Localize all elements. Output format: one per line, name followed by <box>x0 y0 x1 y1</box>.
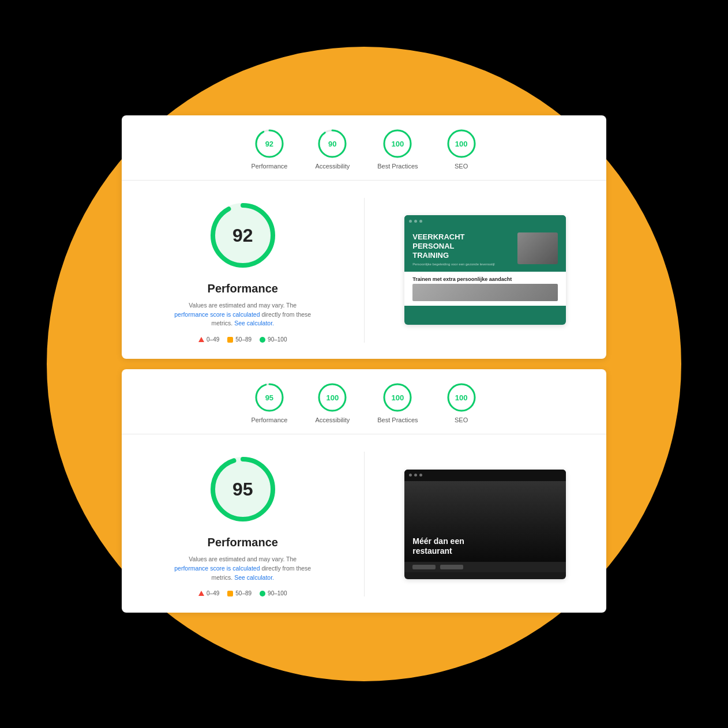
card-right-2: Méér dan eenrestaurant <box>365 452 588 596</box>
metrics-row-2: 95 Performance 100 Accessibility <box>122 369 606 434</box>
calc-link-1[interactable]: performance score is calculated <box>174 311 260 318</box>
big-gauge-2: 95 <box>205 452 280 527</box>
see-calc-2[interactable]: See calculator. <box>234 574 274 581</box>
perf-desc-2: Values are estimated and may vary. The p… <box>174 555 312 582</box>
card-left-1: 92 Performance Values are estimated and … <box>140 198 365 343</box>
card-left-2: 95 Performance Values are estimated and … <box>140 452 365 596</box>
score-bestpractices-1: 100 <box>392 139 404 148</box>
preview-nav-2 <box>404 470 566 481</box>
orange-background: 92 Performance 90 Accessibility <box>47 47 681 681</box>
gauge-accessibility-2: 100 <box>317 382 348 413</box>
gauge-seo-2: 100 <box>446 382 477 413</box>
preview-subtitle-1: Persoonlijke begeleiding voor een gezond… <box>412 262 513 267</box>
gauge-performance-2: 95 <box>254 382 285 413</box>
legend-range-high-2: 90–100 <box>268 590 287 596</box>
legend-triangle-1 <box>198 337 204 342</box>
legend-2: 0–49 50–89 90–100 <box>198 590 287 596</box>
legend-range-mid-1: 50–89 <box>235 336 252 343</box>
big-score-2: 95 <box>232 479 253 500</box>
metric-bestpractices-2: 100 Best Practices <box>377 382 418 423</box>
score-seo-1: 100 <box>455 139 468 148</box>
label-seo-1: SEO <box>455 163 468 170</box>
legend-range-low-2: 0–49 <box>207 590 219 596</box>
preview-restaurant-title-2: Méér dan eenrestaurant <box>412 536 464 556</box>
preview-body-title-1: Trainen met extra persoonlijke aandacht <box>412 276 558 282</box>
label-accessibility-2: Accessibility <box>315 416 350 423</box>
big-score-1: 92 <box>232 224 253 246</box>
preview-title-1: VEERKRACHTPERSONALTRAINING <box>412 232 513 260</box>
score-seo-2: 100 <box>455 393 468 402</box>
legend-dot-1 <box>260 337 265 343</box>
card-body-1: 92 Performance Values are estimated and … <box>122 181 606 359</box>
metric-bestpractices-1: 100 Best Practices <box>377 128 418 170</box>
card-right-1: VEERKRACHTPERSONALTRAINING Persoonlijke … <box>365 198 588 343</box>
metric-performance-1: 92 Performance <box>251 128 287 170</box>
metric-seo-2: 100 SEO <box>446 382 477 423</box>
legend-item-high-2: 90–100 <box>260 590 287 596</box>
preview-footer-2 <box>404 562 566 572</box>
metric-accessibility-1: 90 Accessibility <box>315 128 350 170</box>
main-label-1: Performance <box>208 282 278 295</box>
legend-dot-2 <box>260 591 265 596</box>
score-performance-1: 92 <box>265 139 273 148</box>
gauge-bestpractices-2: 100 <box>382 382 413 413</box>
screenshot-preview-2: Méér dan eenrestaurant <box>404 470 566 579</box>
legend-item-mid-2: 50–89 <box>227 590 252 596</box>
score-accessibility-2: 100 <box>326 393 339 402</box>
screenshot-preview-1: VEERKRACHTPERSONALTRAINING Persoonlijke … <box>404 215 566 325</box>
label-performance-1: Performance <box>251 163 287 170</box>
legend-item-low-2: 0–49 <box>198 590 219 596</box>
preview-hero-image-1 <box>517 232 558 264</box>
preview-body-image-1 <box>412 284 558 301</box>
legend-item-high-1: 90–100 <box>260 336 287 343</box>
legend-triangle-2 <box>198 591 204 596</box>
preview-nav-1 <box>404 215 566 227</box>
gauge-bestpractices-1: 100 <box>382 128 413 159</box>
main-label-2: Performance <box>208 536 278 549</box>
gauge-performance-1: 92 <box>254 128 285 159</box>
legend-square-1 <box>227 337 233 343</box>
legend-square-2 <box>227 591 233 596</box>
label-bestpractices-1: Best Practices <box>377 163 418 170</box>
gauge-seo-1: 100 <box>446 128 477 159</box>
card-2: 95 Performance 100 Accessibility <box>122 369 606 613</box>
preview-body-1: Trainen met extra persoonlijke aandacht <box>404 272 566 306</box>
perf-desc-1: Values are estimated and may vary. The p… <box>174 301 312 328</box>
metric-accessibility-2: 100 Accessibility <box>315 382 350 423</box>
preview-hero-1: VEERKRACHTPERSONALTRAINING Persoonlijke … <box>404 227 566 271</box>
metric-seo-1: 100 SEO <box>446 128 477 170</box>
legend-item-low-1: 0–49 <box>198 336 219 343</box>
legend-item-mid-1: 50–89 <box>227 336 252 343</box>
metrics-row-1: 92 Performance 90 Accessibility <box>122 115 606 181</box>
label-accessibility-1: Accessibility <box>315 163 350 170</box>
calc-link-2[interactable]: performance score is calculated <box>174 565 260 572</box>
legend-1: 0–49 50–89 90–100 <box>198 336 287 343</box>
score-performance-2: 95 <box>265 393 273 402</box>
legend-range-low-1: 0–49 <box>207 336 219 343</box>
legend-range-mid-2: 50–89 <box>235 590 252 596</box>
card-body-2: 95 Performance Values are estimated and … <box>122 434 606 613</box>
label-bestpractices-2: Best Practices <box>377 416 418 423</box>
metric-performance-2: 95 Performance <box>251 382 287 423</box>
card-1: 92 Performance 90 Accessibility <box>122 115 606 359</box>
label-seo-2: SEO <box>455 416 468 423</box>
big-gauge-1: 92 <box>205 198 280 273</box>
score-accessibility-1: 90 <box>328 139 336 148</box>
legend-range-high-1: 90–100 <box>268 336 287 343</box>
gauge-accessibility-1: 90 <box>317 128 348 159</box>
score-bestpractices-2: 100 <box>392 393 404 402</box>
preview-main-image-2: Méér dan eenrestaurant <box>404 481 566 562</box>
label-performance-2: Performance <box>251 416 287 423</box>
see-calc-1[interactable]: See calculator. <box>234 320 274 327</box>
